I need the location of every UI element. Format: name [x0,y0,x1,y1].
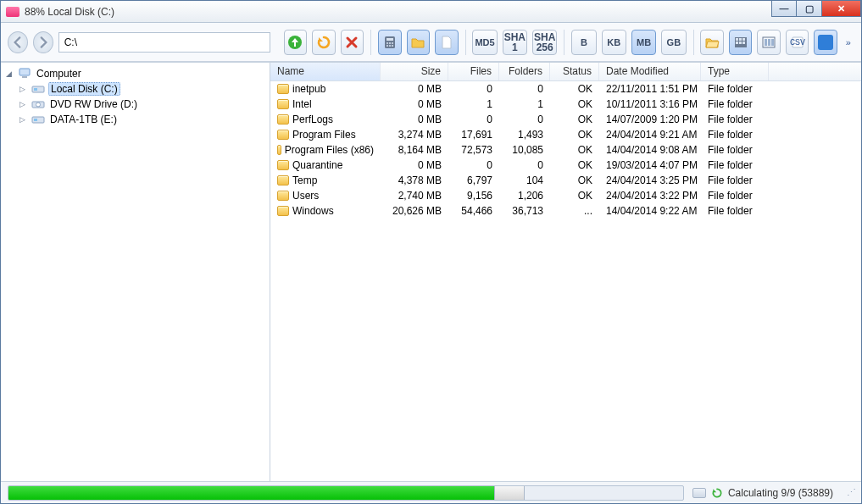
dvd-icon [31,98,45,110]
cell-status: OK [550,159,599,171]
main-pane: ◢ Computer ▷ Local Disk (C:) ▷ DVD RW Dr… [1,62,861,481]
col-status[interactable]: Status [550,63,599,80]
folder-icon [277,206,289,216]
cell-files: 9,156 [448,190,499,202]
progress-marker [494,486,525,500]
expander-icon[interactable]: ◢ [6,69,14,78]
cell-date: 19/03/2014 4:07 PM [599,159,701,171]
expander-icon[interactable]: ▷ [19,85,28,93]
cell-name: Program Files (x86) [270,144,381,156]
separator [465,30,466,55]
col-date[interactable]: Date Modified [599,63,701,80]
table-row[interactable]: Quarantine0 MB00OK19/03/2014 4:07 PMFile… [270,158,861,173]
tree-item-local-disk-c[interactable]: ▷ Local Disk (C:) [1,81,270,97]
back-button[interactable] [8,31,28,53]
expander-icon[interactable]: ▷ [19,115,28,124]
cell-folders: 1,206 [499,190,550,202]
cell-date: 14/04/2014 9:08 AM [599,144,701,156]
svg-rect-24 [19,69,30,75]
svg-point-6 [387,45,388,47]
file-view-button[interactable] [435,30,458,55]
col-size[interactable]: Size [381,63,448,80]
folder-tree[interactable]: ◢ Computer ▷ Local Disk (C:) ▷ DVD RW Dr… [1,63,270,481]
cell-name: Quarantine [270,159,381,171]
open-folder-button[interactable] [700,30,723,55]
table-row[interactable]: PerfLogs0 MB00OK14/07/2009 1:20 PMFile f… [270,112,861,127]
unit-mb-button[interactable]: MB [631,30,656,55]
forward-button[interactable] [33,31,53,53]
cell-files: 72,573 [448,144,499,156]
view-1-button[interactable] [729,30,752,55]
disk-icon [31,83,45,95]
table-row[interactable]: Program Files3,274 MB17,6911,493OK24/04/… [270,127,861,142]
col-folders[interactable]: Folders [499,63,550,80]
col-name[interactable]: Name [270,63,381,80]
md5-button[interactable]: MD5 [472,30,497,55]
cell-date: 14/07/2009 1:20 PM [599,114,701,125]
svg-rect-27 [34,88,37,91]
cell-name: Intel [270,98,381,110]
cell-files: 1 [448,98,499,110]
stop-button[interactable] [341,30,364,55]
table-row[interactable]: Users2,740 MB9,1561,206OK24/04/2014 3:22… [270,188,861,203]
calculator-button[interactable] [378,30,401,55]
svg-rect-19 [771,39,774,46]
toolbar-overflow[interactable]: » [843,37,854,47]
minimize-button[interactable]: — [771,0,797,17]
svg-rect-23 [818,35,833,50]
search-button[interactable] [814,30,837,55]
up-button[interactable] [284,30,307,55]
window-controls: — ▢ ✕ [771,1,861,22]
col-files[interactable]: Files [448,63,499,80]
toolbar: MD5 SHA1 SHA256 B KB MB GB csv » [1,23,861,62]
cell-type: File folder [701,129,769,141]
table-row[interactable]: Intel0 MB11OK10/11/2011 3:16 PMFile fold… [270,97,861,112]
svg-point-4 [389,42,391,44]
unit-bytes-button[interactable]: B [571,30,596,55]
svg-rect-18 [768,39,770,46]
col-type[interactable]: Type [701,63,769,80]
cell-type: File folder [701,98,769,110]
export-csv-button[interactable]: csv [786,30,809,55]
cell-folders: 104 [499,174,550,186]
tree-item-computer[interactable]: ◢ Computer [1,66,270,81]
expander-icon[interactable]: ▷ [19,100,28,108]
tree-item-dvd-rw-drive-d[interactable]: ▷ DVD RW Drive (D:) [1,97,270,112]
cell-files: 6,797 [448,174,499,186]
tree-label: DATA-1TB (E:) [48,113,119,126]
cell-status: OK [550,174,599,186]
tree-label: Local Disk (C:) [48,82,120,96]
path-input[interactable] [58,32,270,53]
cell-size: 0 MB [381,159,448,171]
sha1-button[interactable]: SHA1 [503,30,527,55]
folder-icon [277,84,289,94]
col-spacer [769,63,861,80]
resize-grip[interactable]: ⋰ [847,487,854,498]
table-row[interactable]: Temp4,378 MB6,797104OK24/04/2014 3:25 PM… [270,173,861,188]
table-row[interactable]: Windows20,626 MB54,46636,713...14/04/201… [270,203,861,219]
cell-folders: 0 [499,114,550,125]
cell-files: 17,691 [448,129,499,141]
close-button[interactable]: ✕ [822,0,861,17]
svg-rect-25 [22,76,27,78]
cell-status: OK [550,190,599,202]
cell-folders: 0 [499,159,550,171]
refresh-button[interactable] [312,30,335,55]
drive-icon [692,488,706,498]
rows-container[interactable]: inetpub0 MB00OK22/11/2011 1:51 PMFile fo… [270,81,861,481]
sha256-button[interactable]: SHA256 [532,30,557,55]
svg-point-5 [392,42,393,44]
table-row[interactable]: Program Files (x86)8,164 MB72,57310,085O… [270,142,861,158]
maximize-button[interactable]: ▢ [797,0,822,17]
cell-size: 20,626 MB [381,205,448,217]
table-row[interactable]: inetpub0 MB00OK22/11/2011 1:51 PMFile fo… [270,81,861,97]
folder-view-button[interactable] [407,30,430,55]
cell-size: 3,274 MB [381,129,448,141]
unit-kb-button[interactable]: KB [602,30,626,55]
cell-name: PerfLogs [270,114,381,125]
svg-rect-2 [387,38,393,41]
view-2-button[interactable] [757,30,780,55]
unit-gb-button[interactable]: GB [661,30,686,55]
cell-name: inetpub [270,83,381,95]
tree-item-data-1tb-e[interactable]: ▷ DATA-1TB (E:) [1,112,270,127]
